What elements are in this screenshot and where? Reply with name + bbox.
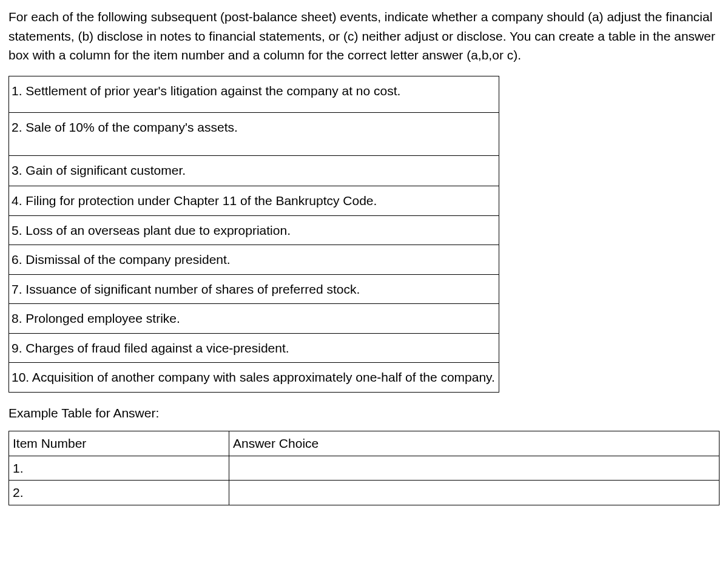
table-row: 4. Filing for protection under Chapter 1… <box>9 186 499 216</box>
item-cell: 8. Prolonged employee strike. <box>9 304 499 334</box>
question-intro: For each of the following subsequent (po… <box>8 7 720 65</box>
table-row: 6. Dismissal of the company president. <box>9 245 499 275</box>
example-table-label: Example Table for Answer: <box>8 403 720 423</box>
item-cell: 2. Sale of 10% of the company's assets. <box>9 113 499 156</box>
item-cell: 1. Settlement of prior year's litigation… <box>9 76 499 113</box>
header-answer-choice: Answer Choice <box>229 431 720 456</box>
table-row: 2. Sale of 10% of the company's assets. <box>9 113 499 156</box>
header-item-number: Item Number <box>9 431 229 456</box>
table-row: Item Number Answer Choice <box>9 431 720 456</box>
item-cell: 9. Charges of fraud filed against a vice… <box>9 333 499 363</box>
item-cell: 6. Dismissal of the company president. <box>9 245 499 275</box>
table-row: 1. <box>9 456 720 481</box>
answer-item-number: 1. <box>9 456 229 481</box>
answer-choice-cell <box>229 456 720 481</box>
item-cell: 4. Filing for protection under Chapter 1… <box>9 186 499 216</box>
table-row: 3. Gain of significant customer. <box>9 155 499 186</box>
table-row: 10. Acquisition of another company with … <box>9 363 499 393</box>
table-row: 7. Issuance of significant number of sha… <box>9 274 499 304</box>
answer-table: Item Number Answer Choice 1. 2. <box>8 431 720 505</box>
table-row: 9. Charges of fraud filed against a vice… <box>9 333 499 363</box>
table-row: 2. <box>9 481 720 505</box>
items-table: 1. Settlement of prior year's litigation… <box>8 76 499 393</box>
table-row: 5. Loss of an overseas plant due to expr… <box>9 215 499 245</box>
item-cell: 7. Issuance of significant number of sha… <box>9 274 499 304</box>
answer-choice-cell <box>229 481 720 505</box>
answer-item-number: 2. <box>9 481 229 505</box>
table-row: 1. Settlement of prior year's litigation… <box>9 76 499 113</box>
item-cell: 3. Gain of significant customer. <box>9 155 499 186</box>
item-cell: 5. Loss of an overseas plant due to expr… <box>9 215 499 245</box>
table-row: 8. Prolonged employee strike. <box>9 304 499 334</box>
item-cell: 10. Acquisition of another company with … <box>9 363 499 393</box>
